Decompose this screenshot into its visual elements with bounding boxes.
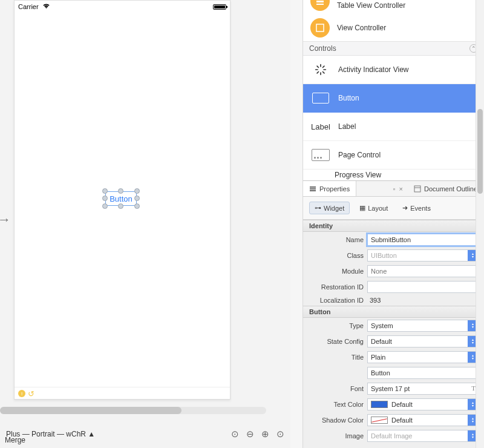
restoration-id-input[interactable] [367, 281, 478, 293]
library-item-activity-indicator[interactable]: Activity Indicator View [303, 56, 484, 84]
scrollbar-thumb[interactable] [0, 407, 182, 414]
close-icon[interactable]: × [399, 185, 403, 193]
library-item-label[interactable]: Label Label [303, 113, 484, 141]
library-label: Button [338, 94, 359, 102]
library-item-progressview[interactable]: Progress View [303, 170, 484, 180]
row-state-config: State Config Default▴▾ [303, 334, 484, 349]
resize-handle[interactable] [134, 188, 140, 194]
warning-badge-icon[interactable]: ! [18, 390, 25, 397]
tab-label: Properties [319, 185, 350, 193]
zoom-out-icon[interactable]: ⊖ [246, 429, 254, 440]
segue-arrow-icon: → [0, 212, 11, 228]
library-item-viewcontroller[interactable]: View Controller [303, 15, 484, 41]
progress-view-icon [312, 170, 326, 180]
svg-line-11 [323, 66, 324, 67]
font-select[interactable]: System 17 ptT [367, 383, 478, 395]
zoom-fit-icon[interactable]: ⊙ [231, 429, 239, 440]
zoom-in-icon[interactable]: ⊕ [261, 429, 269, 440]
subtab-widget[interactable]: ⊶Widget [309, 202, 350, 214]
subtab-label: Events [410, 205, 431, 212]
library-label: Page Control [338, 151, 381, 159]
row-title-text [303, 365, 484, 381]
field-label: Title [303, 354, 364, 361]
scrollbar-thumb[interactable] [477, 109, 483, 194]
select-value: Default [391, 401, 413, 408]
select-value: System 17 pt [371, 385, 410, 392]
row-text-color: Text Color Default▴▾ [303, 397, 484, 412]
row-class: Class UIButton▴▾ [303, 248, 484, 263]
selected-button[interactable]: Button [105, 191, 137, 206]
library-label: Progress View [335, 171, 381, 179]
class-select[interactable]: UIButton▴▾ [367, 249, 478, 262]
text-color-select[interactable]: Default▴▾ [367, 398, 478, 410]
resize-handle[interactable] [134, 203, 140, 209]
resize-handle[interactable] [102, 196, 108, 201]
type-select[interactable]: System▴▾ [367, 320, 478, 332]
svg-rect-2 [316, 4, 324, 5]
svg-rect-12 [310, 186, 316, 188]
subtab-layout[interactable]: ▦Layout [355, 202, 393, 214]
tab-properties[interactable]: Properties [303, 181, 356, 196]
row-title: Title Plain▴▾ [303, 349, 484, 365]
subtab-label: Layout [368, 205, 388, 212]
activity-indicator-icon [312, 63, 330, 76]
view-body[interactable]: Button [15, 13, 230, 387]
svg-line-9 [323, 72, 324, 73]
object-library[interactable]: Table View Controller View Controller Co… [303, 0, 484, 180]
svg-rect-13 [310, 188, 316, 189]
library-section-controls[interactable]: Controls ⌃ [303, 41, 484, 56]
tab-document-outline[interactable]: Document Outline [408, 181, 484, 196]
field-label: Image [303, 432, 364, 440]
field-label: Class [303, 252, 364, 259]
library-label: Table View Controller [337, 1, 405, 10]
status-bar: Carrier [15, 1, 230, 13]
zoom-actual-icon[interactable]: ⊙ [276, 429, 284, 440]
select-value: System [371, 322, 393, 329]
library-item-pagecontrol[interactable]: Page Control [303, 141, 484, 170]
designer-canvas[interactable]: → Carrier Button ! ↺ [0, 0, 290, 448]
resize-handle[interactable] [102, 188, 108, 194]
tab-label: Document Outline [424, 185, 477, 193]
resize-handle[interactable] [134, 196, 140, 201]
resize-handle[interactable] [118, 203, 123, 209]
wifi-icon [42, 3, 50, 10]
back-nav-icon[interactable]: ↺ [28, 389, 34, 398]
subtab-events[interactable]: ➜Events [397, 202, 436, 214]
panel-pin-controls[interactable]: ▫× [388, 181, 408, 196]
library-label: Label [338, 122, 356, 131]
undock-icon[interactable]: ▫ [393, 185, 396, 193]
library-item-button[interactable]: Button [303, 84, 484, 113]
row-name: Name [303, 232, 484, 248]
horizontal-scrollbar[interactable] [0, 407, 266, 414]
layout-icon: ▦ [359, 204, 365, 212]
battery-icon [213, 4, 226, 10]
carrier-label: Carrier [18, 3, 39, 10]
page-control-icon [312, 148, 330, 162]
resize-handle[interactable] [102, 203, 108, 209]
row-restoration-id: Restoration ID [303, 279, 484, 295]
title-type-select[interactable]: Plain▴▾ [367, 351, 478, 363]
library-item-tableviewcontroller[interactable]: Table View Controller [303, 0, 484, 15]
resize-handle[interactable] [118, 188, 123, 194]
image-select[interactable]: Default Image▴▾ [367, 430, 478, 442]
section-label: Controls [309, 44, 336, 53]
module-input[interactable] [367, 265, 478, 277]
select-value: Default [391, 417, 413, 424]
field-label: Name [303, 236, 364, 243]
font-picker-icon[interactable]: T [471, 384, 476, 392]
row-font: Font System 17 ptT [303, 381, 484, 397]
title-text-input[interactable] [367, 367, 478, 379]
select-value: Default Image [371, 432, 412, 440]
localization-id-value: 393 [367, 297, 478, 304]
name-input[interactable] [367, 234, 478, 246]
inspector-subtabs: ⊶Widget ▦Layout ➜Events [303, 197, 484, 220]
properties-panel: Properties ▫× Document Outline ⊶Widget ▦… [303, 180, 484, 448]
vertical-scrollbar[interactable] [476, 0, 484, 448]
merge-label[interactable]: Merge [5, 436, 25, 444]
shadow-color-select[interactable]: Default▴▾ [367, 414, 478, 426]
state-config-select[interactable]: Default▴▾ [367, 335, 478, 348]
device-frame[interactable]: Carrier Button ! ↺ [14, 0, 231, 400]
field-label: Shadow Color [303, 417, 364, 424]
field-label: Localization ID [303, 297, 364, 304]
designer-status-bar: Plus — Portrait — wChR ▲ ⊙ ⊖ ⊕ ⊙ [0, 420, 290, 448]
